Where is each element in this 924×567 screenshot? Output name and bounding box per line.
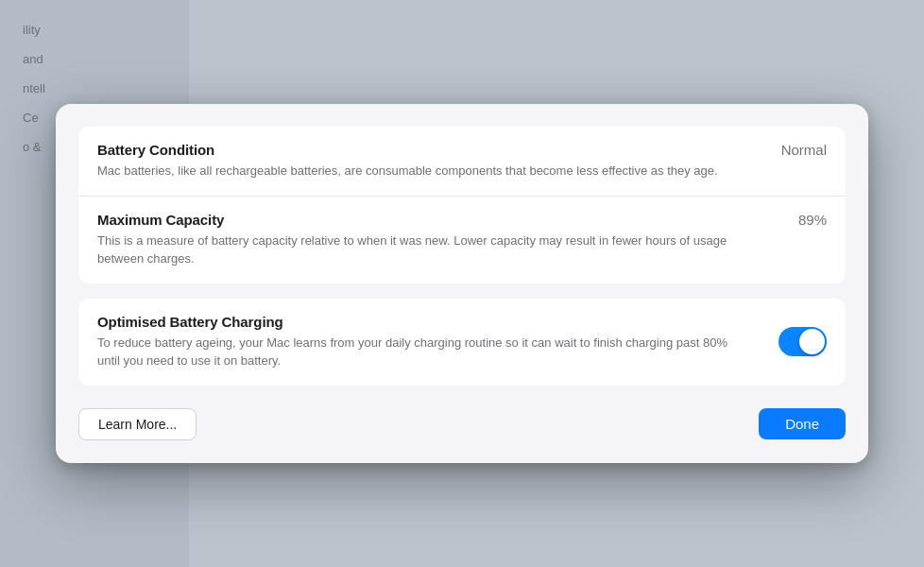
dialog-footer: Learn More... Done [78, 401, 846, 440]
maximum-capacity-title: Maximum Capacity [97, 212, 224, 228]
battery-condition-value: Normal [781, 142, 827, 158]
toggle-track[interactable] [779, 327, 827, 356]
learn-more-button[interactable]: Learn More... [78, 408, 197, 440]
optimised-charging-text: Optimised Battery Charging To reduce bat… [97, 314, 763, 370]
optimised-charging-title: Optimised Battery Charging [97, 314, 283, 330]
done-button[interactable]: Done [759, 408, 846, 439]
maximum-capacity-value: 89% [798, 212, 827, 228]
maximum-capacity-desc: This is a measure of battery capacity re… [97, 232, 740, 268]
battery-condition-title: Battery Condition [97, 142, 214, 158]
battery-dialog: Battery Condition Normal Mac batteries, … [56, 104, 868, 463]
battery-condition-row: Battery Condition Normal Mac batteries, … [78, 127, 846, 197]
battery-condition-desc: Mac batteries, like all rechargeable bat… [97, 162, 740, 180]
bg-sidebar-item-2: and [15, 48, 174, 70]
optimised-charging-row: Optimised Battery Charging To reduce bat… [78, 299, 846, 386]
battery-info-card: Battery Condition Normal Mac batteries, … [78, 127, 846, 284]
maximum-capacity-row: Maximum Capacity 89% This is a measure o… [78, 197, 846, 284]
bg-sidebar-item-3: ntell [15, 77, 174, 99]
toggle-thumb [799, 329, 825, 354]
optimised-charging-toggle[interactable] [779, 327, 827, 356]
bg-sidebar-item-1: ility [15, 19, 174, 41]
optimised-charging-desc: To reduce battery ageing, your Mac learn… [97, 334, 740, 370]
optimised-charging-card: Optimised Battery Charging To reduce bat… [78, 299, 846, 386]
